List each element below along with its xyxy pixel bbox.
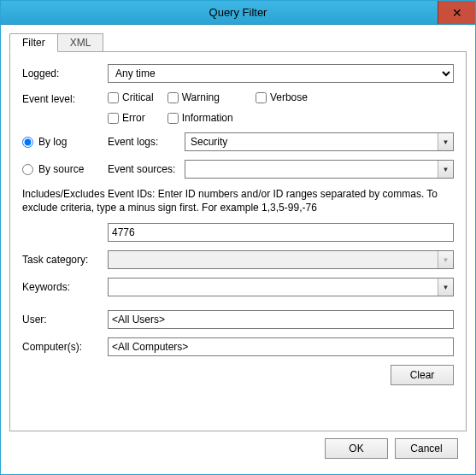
event-logs-label: Event logs: — [108, 136, 185, 148]
critical-checkbox-label: Critical — [122, 91, 154, 103]
event-sources-label: Event sources: — [108, 163, 185, 175]
task-category-dropdown-button: ▼ — [438, 251, 453, 268]
verbose-checkbox-wrap[interactable]: Verbose — [256, 91, 308, 103]
chevron-down-icon: ▼ — [443, 284, 450, 291]
information-checkbox-label: Information — [182, 112, 233, 124]
logged-select[interactable]: Any time — [108, 64, 454, 83]
clear-button[interactable]: Clear — [391, 365, 454, 385]
event-sources-dropdown-button[interactable]: ▼ — [438, 161, 453, 178]
information-checkbox[interactable] — [167, 113, 179, 124]
information-checkbox-wrap[interactable]: Information — [167, 112, 233, 124]
event-sources-input[interactable] — [185, 161, 438, 178]
event-ids-input[interactable] — [108, 223, 454, 242]
user-label: User: — [22, 314, 108, 325]
user-input[interactable] — [108, 310, 454, 329]
tabstrip: Filter XML — [9, 33, 467, 51]
tab-filter[interactable]: Filter — [9, 33, 58, 52]
titlebar: Query Filter ✕ — [1, 1, 475, 25]
event-level-label: Event level: — [22, 91, 108, 105]
ok-button[interactable]: OK — [325, 438, 388, 459]
keywords-label: Keywords: — [22, 281, 108, 293]
tab-xml[interactable]: XML — [57, 33, 104, 51]
task-category-combo: ▼ — [108, 250, 454, 269]
task-category-input — [109, 251, 438, 268]
by-source-label: By source — [38, 163, 84, 175]
error-checkbox[interactable] — [108, 113, 119, 124]
logged-label: Logged: — [22, 67, 108, 79]
keywords-combo[interactable]: ▼ — [108, 278, 454, 296]
event-sources-combo[interactable]: ▼ — [185, 160, 454, 179]
critical-checkbox[interactable] — [108, 92, 119, 103]
verbose-checkbox[interactable] — [256, 92, 267, 103]
by-source-radio[interactable] — [22, 164, 33, 175]
error-checkbox-label: Error — [122, 112, 145, 124]
computers-label: Computer(s): — [22, 341, 108, 353]
cancel-button[interactable]: Cancel — [395, 438, 458, 459]
query-filter-dialog: Query Filter ✕ Filter XML Logged: Any ti… — [0, 0, 476, 475]
keywords-input[interactable] — [109, 279, 438, 296]
by-log-radio[interactable] — [22, 137, 33, 148]
close-icon: ✕ — [452, 6, 462, 20]
warning-checkbox-wrap[interactable]: Warning — [167, 91, 220, 103]
chevron-down-icon: ▼ — [443, 166, 450, 173]
content-area: Filter XML Logged: Any time Event level:… — [1, 25, 475, 474]
chevron-down-icon: ▼ — [443, 256, 450, 264]
event-ids-help-text: Includes/Excludes Event IDs: Enter ID nu… — [22, 187, 454, 214]
error-checkbox-wrap[interactable]: Error — [108, 112, 145, 124]
computers-input[interactable] — [108, 337, 454, 356]
chevron-down-icon: ▼ — [443, 138, 450, 146]
window-title: Query Filter — [1, 1, 475, 25]
keywords-dropdown-button[interactable]: ▼ — [438, 279, 453, 296]
filter-panel: Logged: Any time Event level: Critical W… — [9, 51, 467, 431]
warning-checkbox[interactable] — [167, 92, 179, 103]
critical-checkbox-wrap[interactable]: Critical — [108, 91, 154, 103]
by-log-label: By log — [38, 136, 67, 148]
close-button[interactable]: ✕ — [438, 1, 475, 24]
event-logs-dropdown-button[interactable]: ▼ — [438, 133, 453, 150]
dialog-footer: OK Cancel — [9, 431, 467, 467]
event-logs-combo[interactable]: ▼ — [185, 132, 454, 151]
verbose-checkbox-label: Verbose — [270, 91, 308, 103]
task-category-label: Task category: — [22, 254, 108, 266]
warning-checkbox-label: Warning — [182, 91, 220, 103]
event-logs-input[interactable] — [185, 133, 438, 150]
